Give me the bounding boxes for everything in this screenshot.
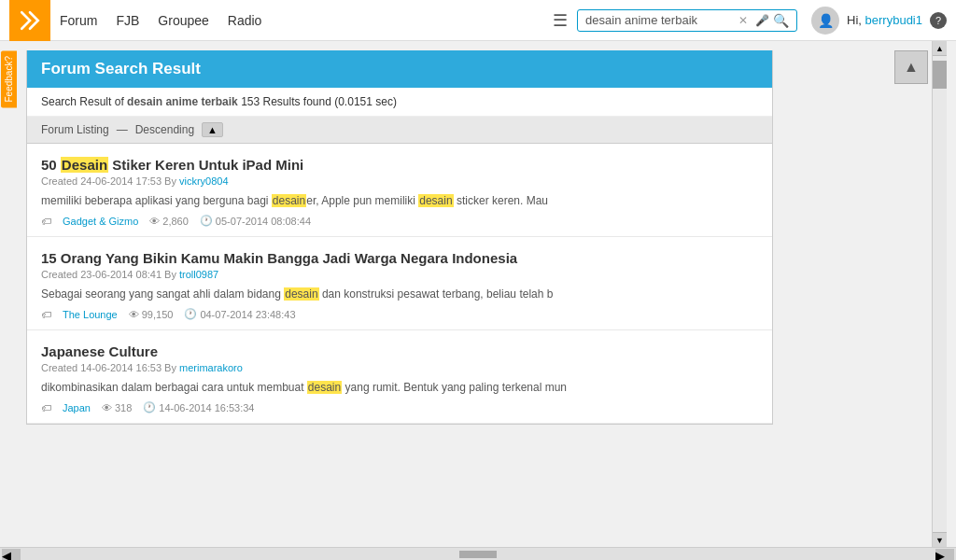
- username-label[interactable]: berrybudi1: [865, 13, 922, 27]
- excerpt-before-3: dikombinasikan dalam berbagai cara untuk…: [41, 381, 307, 394]
- category-link-1[interactable]: Gadget & Gizmo: [63, 216, 138, 227]
- eye-icon-1: 👁: [149, 216, 160, 227]
- views-1: 👁 2,860: [149, 216, 189, 227]
- forum-panel: Forum Search Result Search Result of des…: [26, 50, 773, 425]
- nav-groupee[interactable]: Groupee: [158, 8, 208, 33]
- main-content: Feedback? Forum Search Result Search Res…: [0, 41, 956, 560]
- eye-icon-2: 👁: [129, 309, 139, 320]
- scroll-up-button[interactable]: ▲: [933, 41, 947, 56]
- excerpt-highlight1-1: desain: [272, 194, 306, 207]
- forum-panel-header: Forum Search Result: [27, 50, 772, 88]
- results-time: (0.0151 sec): [334, 95, 397, 108]
- listing-separator: —: [117, 123, 128, 136]
- tag-icon-3: 🏷: [41, 402, 51, 413]
- eye-icon-3: 👁: [102, 402, 112, 413]
- scroll-left-button[interactable]: ◀: [2, 549, 21, 560]
- category-link-3[interactable]: Japan: [63, 402, 91, 413]
- views-2: 👁 99,150: [129, 309, 174, 320]
- nav-radio[interactable]: Radio: [228, 8, 262, 33]
- go-up-button[interactable]: ▲: [894, 50, 928, 84]
- excerpt-before-1: memiliki beberapa aplikasi yang berguna …: [41, 194, 272, 207]
- scroll-down-button[interactable]: ▼: [933, 532, 947, 547]
- bottom-scrollbar[interactable]: ◀ ▶: [0, 547, 956, 560]
- hamburger-icon[interactable]: ☰: [553, 10, 568, 31]
- title-before-1: 50: [41, 157, 61, 173]
- result-link-1[interactable]: 50 Desain Stiker Keren Untuk iPad Mini: [41, 157, 303, 173]
- search-clear-icon[interactable]: ✕: [738, 14, 748, 27]
- search-submit-icon[interactable]: 🔍: [773, 13, 789, 28]
- result-link-3[interactable]: Japanese Culture: [41, 343, 158, 359]
- result-tags-3: 🏷Japan 👁 318 🕐 14-06-2014 16:53:34: [41, 401, 758, 413]
- scroll-thumb: [933, 61, 947, 89]
- views-3: 👁 318: [102, 402, 132, 413]
- search-input[interactable]: [585, 13, 735, 27]
- result-item-2: 15 Orang Yang Bikin Kamu Makin Bangga Ja…: [27, 237, 772, 330]
- result-meta-3: Created 14-06-2014 16:53 By merimarakoro: [41, 362, 758, 373]
- result-item: 50 Desain Stiker Keren Untuk iPad Mini C…: [27, 144, 772, 237]
- clock-icon-3: 🕐: [143, 401, 156, 413]
- excerpt-highlight1-3: desain: [307, 381, 342, 394]
- category-link-2[interactable]: The Lounge: [63, 309, 118, 320]
- excerpt-mid-3: yang rumit. Bentuk yang paling terkenal …: [342, 381, 567, 394]
- result-excerpt-3: dikombinasikan dalam berbagai cara untuk…: [41, 379, 758, 396]
- greeting-text: Hi, berrybudi1: [847, 13, 922, 27]
- last-time-1: 🕐 05-07-2014 08:08:44: [200, 215, 311, 227]
- result-title-3: Japanese Culture: [41, 343, 758, 359]
- author-link-2[interactable]: troll0987: [179, 269, 218, 280]
- title-after-1: Stiker Keren Untuk iPad Mini: [108, 157, 303, 173]
- sort-toggle-button[interactable]: ▲: [202, 122, 223, 137]
- title-text-3: Japanese Culture: [41, 343, 158, 359]
- results-count: 153 Results found: [241, 95, 331, 108]
- tag-icon-1: 🏷: [41, 216, 51, 227]
- nav-fjb[interactable]: FJB: [116, 8, 139, 33]
- result-meta-1: Created 24-06-2014 17:53 By vickry0804: [41, 175, 758, 187]
- nav-links: Forum FJB Groupee Radio: [60, 8, 553, 33]
- result-meta-2: Created 23-06-2014 08:41 By troll0987: [41, 269, 758, 280]
- search-mic-icon[interactable]: 🎤: [755, 14, 769, 27]
- logo[interactable]: [9, 0, 50, 41]
- result-link-2[interactable]: 15 Orang Yang Bikin Kamu Makin Bangga Ja…: [41, 250, 517, 266]
- forum-listing-bar: Forum Listing — Descending ▲: [27, 117, 772, 144]
- excerpt-highlight1-2: desain: [284, 287, 318, 301]
- result-title-1: 50 Desain Stiker Keren Untuk iPad Mini: [41, 157, 758, 173]
- nav-forum[interactable]: Forum: [60, 8, 97, 33]
- author-link-1[interactable]: vickry0804: [179, 175, 229, 187]
- listing-label: Forum Listing: [41, 123, 109, 136]
- feedback-sidebar: Feedback?: [0, 41, 17, 560]
- excerpt-mid-1: er, Apple pun memiliki: [306, 194, 418, 207]
- listing-order: Descending: [135, 123, 194, 136]
- feedback-button[interactable]: Feedback?: [1, 50, 17, 107]
- result-excerpt-2: Sebagai seorang yang sangat ahli dalam b…: [41, 286, 758, 302]
- search-term: desain anime terbaik: [127, 95, 238, 108]
- created-label-1: Created 24-06-2014 17:53 By: [41, 175, 179, 187]
- created-label-3: Created 14-06-2014 16:53 By: [41, 362, 179, 373]
- result-tags-2: 🏷The Lounge 👁 99,150 🕐 04-07-2014 23:48:…: [41, 308, 758, 320]
- result-title-2: 15 Orang Yang Bikin Kamu Makin Bangga Ja…: [41, 250, 758, 266]
- right-scrollbar[interactable]: ▲ ▼: [932, 41, 947, 547]
- user-area: 👤 Hi, berrybudi1 ?: [811, 7, 947, 35]
- page-area: Forum Search Result Search Result of des…: [17, 41, 956, 560]
- search-bar: ✕ 🎤 🔍: [577, 9, 797, 32]
- avatar: 👤: [811, 7, 839, 35]
- tag-icon-2: 🏷: [41, 309, 51, 320]
- result-tags-1: 🏷Gadget & Gizmo 👁 2,860 🕐 05-07-2014 08:…: [41, 215, 758, 227]
- feedback-label: Feedback?: [4, 56, 14, 102]
- result-item-3: Japanese Culture Created 14-06-2014 16:5…: [27, 330, 772, 424]
- summary-prefix: Search Result of: [41, 95, 124, 108]
- title-highlight-1: Desain: [61, 157, 108, 173]
- search-summary: Search Result of desain anime terbaik 15…: [27, 88, 772, 117]
- last-time-2: 🕐 04-07-2014 23:48:43: [184, 308, 295, 320]
- clock-icon-1: 🕐: [200, 215, 213, 227]
- title-text-2: 15 Orang Yang Bikin Kamu Makin Bangga Ja…: [41, 250, 517, 266]
- last-time-3: 🕐 14-06-2014 16:53:34: [143, 401, 254, 413]
- forum-search-title: Forum Search Result: [41, 60, 201, 77]
- clock-icon-2: 🕐: [184, 308, 197, 320]
- excerpt-mid-2: dan konstruksi pesawat terbang, beliau t…: [319, 287, 554, 301]
- author-link-3[interactable]: merimarakoro: [179, 362, 243, 373]
- scroll-right-button[interactable]: ▶: [935, 549, 954, 560]
- navbar: Forum FJB Groupee Radio ☰ ✕ 🎤 🔍 👤 Hi, be…: [0, 0, 956, 41]
- excerpt-after-1: sticker keren. Mau: [454, 194, 548, 207]
- excerpt-highlight2-1: desain: [418, 194, 453, 207]
- horizontal-scroll-thumb: [459, 551, 497, 558]
- help-button[interactable]: ?: [930, 12, 947, 29]
